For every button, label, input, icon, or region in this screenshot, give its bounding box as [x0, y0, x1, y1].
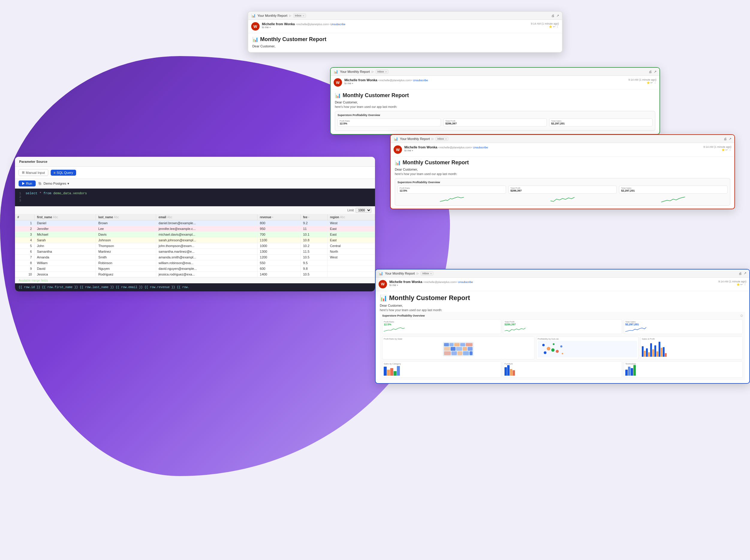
bar-a6 [663, 347, 665, 357]
sender-info-2: Michelle from Wonka <michelle@planetplus… [344, 78, 626, 85]
sender-meta-2: 9:14 AM (1 minute ago) ⭐ ↩ ⋮ [628, 78, 656, 84]
chart-bars-4: Sales & Profit [640, 336, 743, 359]
print-button-1[interactable]: 🖨 [551, 14, 554, 17]
tab-close-3[interactable]: × [445, 138, 447, 140]
avatar-letter-2: W [336, 80, 340, 85]
dash-title-full-4: Superstore Profitability Overview [382, 314, 425, 317]
inbox-label-3: Inbox [437, 137, 444, 140]
unsubscribe-2[interactable]: Unsubscribe [413, 79, 428, 82]
sender-name-2: Michelle from Wonka [344, 78, 378, 82]
cell-rownum: 5 [15, 243, 35, 249]
unsubscribe-1[interactable]: Unsubscribe [330, 23, 345, 26]
dot-5 [560, 345, 562, 347]
table-row: 8 William Robinson william.robinson@exa.… [15, 260, 375, 266]
db-name-label: Demo Postgres [43, 182, 66, 185]
run-toolbar: Run 🐘 Demo Postgres ▾ [15, 179, 375, 188]
external-link-button-1[interactable]: ↗ [556, 14, 559, 18]
sql-query-label: SQL Query [57, 171, 73, 175]
svg-rect-9 [463, 347, 467, 351]
chart-icon-4: 📊 [379, 271, 383, 276]
svg-rect-7 [450, 347, 455, 351]
email-body-2: 📊 Monthly Customer Report Dear Customer,… [331, 89, 660, 134]
report-title-text-1: Monthly Customer Report [260, 36, 326, 43]
cell-fee: 10.5 [300, 255, 327, 260]
table-header-row: Limit 1000 500 100 1000 [15, 206, 375, 214]
cell-region: East [327, 232, 375, 237]
forward-icon-3: ▷ [432, 137, 434, 140]
chevron-down-3[interactable]: ▾ [412, 149, 413, 152]
cell-revenue: 950 [257, 226, 300, 232]
chart-scatter-4: Profitability by Sub-cat. [536, 336, 639, 359]
cell-fee: 9.8 [300, 266, 327, 272]
panel-header: Parameter Source [15, 157, 375, 167]
print-button-2[interactable]: 🖨 [649, 70, 652, 74]
bar-group-6 [663, 347, 667, 357]
svg-rect-14 [463, 351, 469, 355]
dot-1 [542, 344, 545, 346]
bar-group-2 [646, 348, 650, 357]
line-number-2: 2 [19, 195, 21, 199]
cell-rownum: 6 [15, 249, 35, 255]
limit-select[interactable]: 1000 500 100 [356, 208, 371, 213]
avatar-letter-3: W [396, 147, 400, 152]
chevron-down-1[interactable]: ▾ [269, 26, 271, 29]
unsubscribe-4[interactable]: Unsubscribe [458, 281, 473, 284]
body-text-3: here's how your team used our app last m… [395, 173, 730, 176]
dashboard-title-2: Superstore Profitability Overview [338, 114, 653, 117]
to-me-4: to me ▾ [389, 284, 716, 286]
table-row: 4 Sarah Johnson sarah.johnson@exampl... … [15, 237, 375, 243]
unsubscribe-3[interactable]: Unsubscribe [473, 146, 488, 149]
chart-icon-3: 📊 [393, 137, 398, 141]
email-time-1: 9:14 AM (1 minute ago) [531, 22, 559, 25]
body-text-2: here's how your team used our app last m… [335, 105, 655, 108]
sender-info-1: Michelle from Wonka <michelle@planetplus… [262, 22, 528, 29]
bar-group-1 [642, 346, 646, 357]
run-button[interactable]: Run [19, 180, 36, 186]
print-button-3[interactable]: 🖨 [724, 137, 727, 141]
external-link-button-3[interactable]: ↗ [729, 137, 731, 141]
tab-close-4[interactable]: × [430, 272, 432, 275]
report-title-3: 📊 Monthly Customer Report [395, 159, 730, 166]
cell-revenue: 1100 [257, 237, 300, 243]
print-button-4[interactable]: 🖨 [738, 272, 742, 275]
titlebar-3: 📊 Your Monthly Report ▷ Inbox × 🖨 ↗ [390, 135, 734, 143]
kpi-total-sales-3: Total Sales $2,297,201 [619, 185, 728, 194]
bars-bottom-3 [625, 366, 741, 376]
charts-row-4: Profit Ratio by State [382, 336, 743, 359]
cell-email: william.robinson@exa... [156, 260, 258, 266]
sender-avatar-4: W [379, 280, 387, 288]
chevron-down-4[interactable]: ▾ [397, 284, 398, 286]
cell-revenue: 1400 [257, 272, 300, 277]
cell-fee: 9.5 [300, 260, 327, 266]
table-row: 2 Jennifer Lee jennifer.lee@example.c...… [15, 226, 375, 232]
cell-region: North [327, 249, 375, 255]
sql-query-button[interactable]: ≡ SQL Query [50, 170, 76, 176]
cell-region: Central [327, 243, 375, 249]
kpi-row-full-4: Profit Ratio 12.5% Total Profit $286,397 [382, 319, 743, 334]
dash-header-4: Superstore Profitability Overview ⓘ [382, 314, 743, 318]
tab-close-1[interactable]: × [303, 14, 304, 17]
kpi-total-sales-2: Total Sales $2,297,201 [549, 118, 653, 126]
cell-email: sarah.johnson@exampl... [156, 237, 258, 243]
external-link-button-2[interactable]: ↗ [654, 70, 656, 74]
sql-panel: Parameter Source ⊞ Manual Input ≡ SQL Qu… [15, 157, 375, 292]
cell-revenue: 700 [257, 232, 300, 237]
to-me-label-2: to me [344, 82, 351, 85]
titlebar-4: 📊 Your Monthly Report ▷ Inbox × 🖨 ↗ [376, 269, 749, 278]
sql-editor[interactable]: 1 select * from demo_data.vendors 2 3 [15, 188, 375, 206]
cell-rownum: 8 [15, 260, 35, 266]
bar-cat-1 [384, 367, 387, 376]
sender-row-2: W Michelle from Wonka <michelle@planetpl… [331, 76, 660, 89]
col-fee: fee • [300, 214, 327, 220]
kpi-total-profit-2: Total Profit $286,397 [443, 118, 547, 126]
dash-info-icon-4: ⓘ [741, 314, 743, 318]
window-title-1: Your Monthly Report [258, 14, 287, 17]
table-body: 1 Daniel Brown daniel.brown@example... 8… [15, 220, 375, 277]
external-link-button-4[interactable]: ↗ [744, 271, 746, 275]
sender-name-row-4: Michelle from Wonka <michelle@planetplus… [389, 280, 716, 284]
tab-close-2[interactable]: × [385, 71, 387, 73]
chevron-down-2[interactable]: ▾ [352, 82, 353, 85]
manual-input-button[interactable]: ⊞ Manual Input [19, 169, 48, 176]
email-window-1: 📊 Your Monthly Report ▷ Inbox × 🖨 ↗ W Mi… [248, 11, 563, 53]
cell-firstname: Jennifer [35, 226, 96, 232]
